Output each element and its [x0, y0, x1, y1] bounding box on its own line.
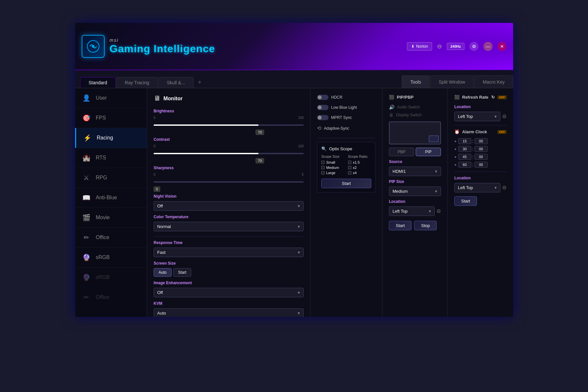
content-area: 🖥 Monitor Brightness 0 100 — [147, 88, 513, 317]
scope-large-label: Large — [326, 171, 335, 175]
pip-start-button[interactable]: Start — [389, 221, 412, 230]
tab-standard[interactable]: Standard — [80, 77, 116, 88]
brightness-track[interactable] — [154, 124, 304, 126]
sidebar-item-fps[interactable]: 🎯 FPS — [75, 108, 147, 128]
alarm1-minutes[interactable] — [475, 138, 488, 144]
alarm2-minutes[interactable] — [475, 146, 488, 152]
pip-size-control: PIP Size Medium — [389, 179, 441, 196]
scope-start-button[interactable]: Start — [321, 179, 371, 188]
sidebar-label-office2: Office — [96, 294, 109, 300]
alarm-location-settings-icon[interactable]: ⚙ — [502, 185, 507, 191]
alarm-start-button[interactable]: Start — [454, 196, 477, 206]
norton-button[interactable]: ⬇ Norton — [407, 42, 432, 51]
close-button[interactable]: ✕ — [497, 42, 507, 51]
kvm-dropdown[interactable]: Auto — [154, 308, 304, 317]
monitor-icon: 🖥 — [154, 95, 160, 102]
pip-action-buttons: Start Stop — [389, 221, 441, 230]
alarm1-hours[interactable] — [458, 138, 471, 144]
contrast-track[interactable] — [154, 153, 304, 154]
pip-button[interactable]: PIP — [416, 148, 441, 156]
sidebar-item-srgb2[interactable]: 🔮 sRGB — [75, 268, 147, 287]
display-switch-row: 🖥 Display Switch — [389, 112, 441, 118]
tab-ray-tracing[interactable]: Ray Tracing — [116, 77, 158, 88]
sidebar-item-racing[interactable]: ⚡ Racing — [75, 128, 147, 148]
sidebar-item-rpg[interactable]: ⚔ RPG — [75, 168, 147, 188]
pip-source-dropdown[interactable]: HDMI1 — [389, 167, 441, 176]
image-enhancement-dropdown[interactable]: Off — [154, 288, 304, 297]
contrast-value: 70 — [256, 158, 264, 163]
user-icon-btn[interactable]: ⊖ — [437, 43, 442, 50]
sidebar-item-anti-blue[interactable]: 📖 Anti-Blue — [75, 188, 147, 208]
scope-x2-check[interactable] — [348, 166, 351, 169]
sidebar-label-fps: FPS — [96, 115, 106, 121]
scope-x4-check[interactable] — [348, 171, 351, 174]
pbp-button[interactable]: PBP — [389, 148, 414, 156]
alarm4-hours[interactable] — [458, 162, 471, 168]
sidebar-item-user[interactable]: 👤 User — [75, 88, 147, 108]
sidebar-label-office: Office — [96, 235, 109, 240]
scope-ratio-x15[interactable]: x1.5 — [348, 160, 372, 164]
sidebar-item-srgb[interactable]: 🔮 sRGB — [75, 248, 147, 268]
settings-button[interactable]: ⚙ — [469, 42, 479, 51]
alarm-location-dropdown[interactable]: Left Top — [454, 183, 500, 192]
sidebar-label-anti-blue: Anti-Blue — [96, 195, 117, 201]
monitor-section: 🖥 Monitor Brightness 0 100 — [147, 88, 311, 317]
alarm-location-control: Location Left Top ⚙ — [454, 176, 507, 192]
scope-ratio-x2[interactable]: x2 — [348, 166, 372, 170]
scope-x2-label: x2 — [353, 166, 357, 170]
refresh-location-settings-icon[interactable]: ⚙ — [502, 113, 507, 120]
scope-size-medium[interactable]: Medium — [321, 166, 345, 170]
scope-size-large[interactable]: Large — [321, 171, 345, 175]
minimize-button[interactable]: — — [483, 42, 493, 51]
scope-size-small[interactable]: Small — [321, 160, 345, 164]
pip-stop-button[interactable]: Stop — [414, 221, 437, 230]
night-vision-dropdown[interactable]: Off — [154, 201, 304, 211]
scope-x15-check[interactable] — [348, 161, 351, 164]
tab-tools[interactable]: Tools — [402, 75, 429, 88]
sidebar-item-rts[interactable]: 🏰 RTS — [75, 148, 147, 168]
scope-medium-label: Medium — [326, 166, 339, 170]
pip-size-dropdown[interactable]: Medium — [389, 187, 441, 196]
response-time-dropdown[interactable]: Fast — [154, 248, 304, 257]
screen-size-label: Screen Size — [154, 261, 304, 266]
alarm3-minutes[interactable] — [475, 154, 488, 160]
screen-size-auto-btn[interactable]: Auto — [154, 268, 172, 277]
scope-medium-check[interactable] — [321, 166, 325, 169]
pip-location-settings-icon[interactable]: ⚙ — [436, 208, 441, 214]
sidebar-item-office2[interactable]: ✏ Office — [75, 287, 147, 307]
scope-large-check[interactable] — [321, 171, 325, 174]
screen-size-start-btn[interactable]: Start — [173, 268, 191, 277]
refresh-off-badge: OFF — [497, 95, 507, 99]
sidebar-item-office[interactable]: ✏ Office — [75, 228, 147, 248]
alarm-location-value: Left Top — [458, 185, 473, 190]
sidebar-item-movie[interactable]: 🎬 Movie — [75, 208, 147, 228]
refresh-location-dropdown[interactable]: Left Top — [454, 112, 500, 121]
office-icon: ✏ — [82, 234, 91, 241]
pip-location-dropdown[interactable]: Left Top — [389, 206, 435, 216]
contrast-slider-container: 0 100 70 — [154, 144, 304, 162]
tab-split-window[interactable]: Split Window — [430, 75, 474, 88]
movie-icon: 🎬 — [82, 214, 91, 221]
low-blue-label: Low Blue Light — [331, 105, 357, 110]
sharpness-track[interactable] — [154, 181, 304, 183]
mprt-toggle[interactable] — [317, 115, 328, 120]
scope-small-check[interactable] — [321, 161, 325, 164]
alarm-location-row: Left Top ⚙ — [454, 183, 507, 192]
screen-size-control: Screen Size Auto Start — [154, 261, 304, 277]
refresh-rate-icon: ⬛ — [454, 95, 460, 100]
alarm3-hours[interactable] — [458, 154, 471, 160]
adaptive-sync-toggle-row: ⟲ Adaptive-Sync — [317, 125, 376, 131]
scope-size-label: Scope Size — [321, 155, 345, 158]
tab-skull[interactable]: Skull &... — [159, 77, 193, 88]
scope-ratio-x4[interactable]: x4 — [348, 171, 372, 175]
app-logo-icon — [82, 35, 105, 58]
hdcr-toggle[interactable] — [317, 95, 328, 100]
alarm4-minutes[interactable] — [475, 162, 488, 168]
color-temp-dropdown[interactable]: Normal — [154, 222, 304, 231]
contrast-label: Contrast — [154, 137, 304, 142]
tab-add-button[interactable]: + — [194, 77, 206, 88]
refresh-refresh-icon[interactable]: ↻ — [491, 95, 495, 100]
tab-macro-key[interactable]: Macro Key — [474, 75, 513, 88]
low-blue-toggle[interactable] — [317, 105, 328, 110]
alarm2-hours[interactable] — [458, 146, 471, 152]
